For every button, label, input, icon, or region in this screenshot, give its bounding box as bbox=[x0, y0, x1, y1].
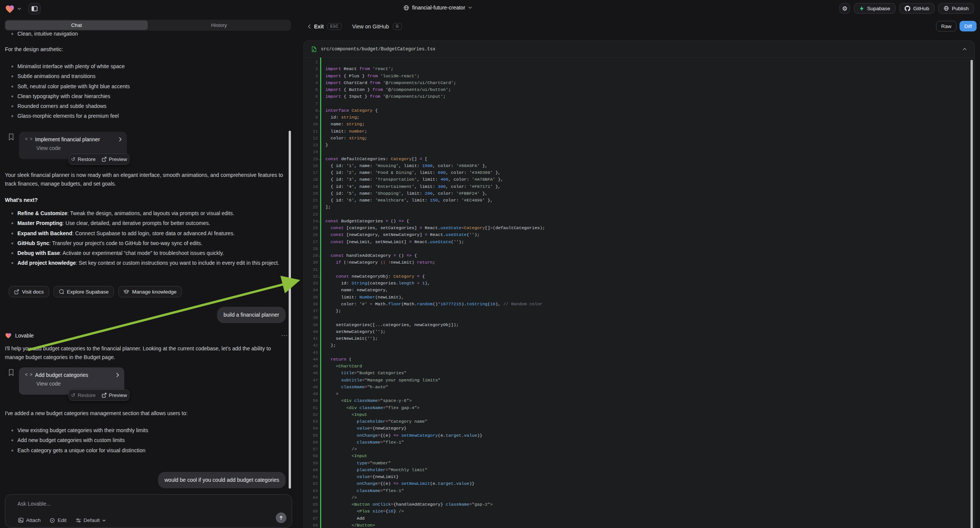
line-number[interactable]: 3 bbox=[304, 73, 318, 80]
bookmark-icon[interactable] bbox=[8, 369, 14, 376]
visit-docs-button[interactable]: Visit docs bbox=[9, 286, 49, 297]
fold-chevron-icon[interactable]: ⌄ bbox=[318, 109, 320, 112]
line-number[interactable]: 35 bbox=[304, 294, 318, 301]
line-number[interactable]: 13 bbox=[304, 142, 318, 148]
line-number[interactable]: 62 bbox=[304, 480, 318, 487]
line-number[interactable]: 33 bbox=[304, 280, 318, 287]
fold-chevron-icon[interactable]: ⌄ bbox=[318, 275, 320, 278]
view-code-link[interactable]: View code bbox=[37, 145, 122, 151]
line-number[interactable]: 29⌄ bbox=[304, 252, 318, 259]
line-number[interactable]: 56 bbox=[304, 439, 318, 446]
restore-button[interactable]: ↺ Restore bbox=[71, 156, 96, 162]
line-number[interactable]: 30 bbox=[304, 259, 318, 266]
line-number[interactable]: 54 bbox=[304, 425, 318, 432]
diff-button[interactable]: Diff bbox=[959, 21, 977, 32]
project-switcher[interactable]: financial-future-creator bbox=[403, 5, 472, 11]
publish-button[interactable]: Publish bbox=[938, 3, 974, 14]
fold-chevron-icon[interactable]: ⌄ bbox=[318, 254, 320, 257]
line-number[interactable]: 19 bbox=[304, 183, 318, 190]
line-number[interactable]: 45 bbox=[304, 363, 318, 370]
line-number[interactable]: 55 bbox=[304, 432, 318, 439]
line-number[interactable]: 52 bbox=[304, 411, 318, 418]
send-button[interactable] bbox=[276, 512, 286, 523]
line-number[interactable]: 4 bbox=[304, 80, 318, 86]
raw-button[interactable]: Raw bbox=[936, 21, 956, 32]
line-number[interactable]: 5 bbox=[304, 86, 318, 93]
fold-chevron-icon[interactable]: ⌄ bbox=[318, 157, 320, 161]
code-scrollbar[interactable] bbox=[970, 60, 973, 528]
exit-button[interactable]: Exit ESC bbox=[308, 23, 342, 30]
line-number[interactable]: 32⌄ bbox=[304, 273, 318, 280]
line-number[interactable]: 47 bbox=[304, 377, 318, 384]
line-number[interactable]: 6 bbox=[304, 93, 318, 100]
line-number[interactable]: 51 bbox=[304, 404, 318, 411]
line-number[interactable]: 61 bbox=[304, 474, 318, 480]
line-number[interactable]: 22 bbox=[304, 204, 318, 211]
line-number[interactable]: 44 bbox=[304, 356, 318, 363]
line-number[interactable]: 8⌄ bbox=[304, 107, 318, 114]
github-button[interactable]: GitHub bbox=[899, 3, 935, 14]
line-number[interactable]: 16 bbox=[304, 162, 318, 169]
line-number[interactable]: 50 bbox=[304, 397, 318, 404]
line-number[interactable]: 46 bbox=[304, 370, 318, 377]
line-number[interactable]: 48 bbox=[304, 384, 318, 391]
line-number[interactable]: 28 bbox=[304, 245, 318, 252]
line-number[interactable]: 67 bbox=[304, 515, 318, 522]
line-number[interactable]: 25 bbox=[304, 224, 318, 231]
fold-chevron-icon[interactable]: ⌄ bbox=[318, 220, 320, 223]
edit-button[interactable]: Edit bbox=[49, 517, 66, 523]
line-number[interactable]: 14 bbox=[304, 148, 318, 155]
line-number[interactable]: 66 bbox=[304, 508, 318, 515]
view-code-link[interactable]: View code bbox=[37, 381, 119, 387]
line-number[interactable]: 53 bbox=[304, 418, 318, 425]
line-number[interactable]: 17 bbox=[304, 169, 318, 176]
line-number[interactable]: 2 bbox=[304, 65, 318, 72]
line-number[interactable]: 23 bbox=[304, 211, 318, 218]
line-number[interactable]: 68 bbox=[304, 522, 318, 528]
line-number[interactable]: 9 bbox=[304, 114, 318, 121]
line-number[interactable]: 60 bbox=[304, 467, 318, 474]
collapse-button[interactable] bbox=[963, 48, 967, 50]
line-number[interactable]: 63 bbox=[304, 487, 318, 494]
restore-button[interactable]: ↺ Restore bbox=[71, 392, 96, 398]
line-number[interactable]: 12 bbox=[304, 135, 318, 142]
more-options-icon[interactable]: ⋯ bbox=[281, 331, 288, 339]
chat-input[interactable]: Ask Lovable... Attach bbox=[5, 494, 292, 528]
line-number[interactable]: 57 bbox=[304, 446, 318, 453]
mode-selector[interactable]: Default bbox=[76, 517, 106, 523]
line-number[interactable]: 27 bbox=[304, 239, 318, 245]
line-number[interactable]: 64 bbox=[304, 494, 318, 501]
line-number[interactable]: 41 bbox=[304, 335, 318, 342]
view-on-github-button[interactable]: View on GitHub G bbox=[352, 23, 402, 30]
workspace-chevron-down-icon[interactable] bbox=[18, 8, 21, 10]
preview-button[interactable]: Preview bbox=[102, 393, 127, 398]
manage-knowledge-button[interactable]: Manage knowledge bbox=[118, 286, 182, 297]
lovable-logo-icon[interactable] bbox=[5, 4, 15, 13]
line-number[interactable]: 42 bbox=[304, 342, 318, 349]
line-number[interactable]: 58 bbox=[304, 453, 318, 460]
file-header[interactable]: src/components/budget/BudgetCategories.t… bbox=[304, 41, 974, 57]
preview-button[interactable]: Preview bbox=[102, 156, 127, 162]
line-number[interactable]: 26 bbox=[304, 231, 318, 238]
supabase-button[interactable]: Supabase bbox=[854, 3, 896, 14]
line-number[interactable]: 37 bbox=[304, 308, 318, 314]
line-number[interactable]: 24⌄ bbox=[304, 218, 318, 224]
line-number[interactable]: 10 bbox=[304, 121, 318, 128]
settings-button[interactable]: ⚙ bbox=[840, 3, 850, 14]
sidebar-toggle-button[interactable] bbox=[29, 3, 41, 14]
line-number[interactable]: 40 bbox=[304, 328, 318, 335]
line-number[interactable]: 31 bbox=[304, 266, 318, 273]
line-number[interactable]: 11 bbox=[304, 128, 318, 135]
line-number[interactable]: 39 bbox=[304, 321, 318, 328]
attach-button[interactable]: Attach bbox=[18, 517, 41, 523]
line-number[interactable]: 49 bbox=[304, 391, 318, 397]
chat-scrollbar[interactable] bbox=[289, 131, 291, 488]
bookmark-icon[interactable] bbox=[8, 133, 14, 140]
line-number[interactable]: 18 bbox=[304, 176, 318, 183]
line-number[interactable]: 38 bbox=[304, 314, 318, 321]
line-number[interactable]: 20 bbox=[304, 190, 318, 197]
line-number[interactable]: 15⌄ bbox=[304, 156, 318, 162]
line-number[interactable]: 21 bbox=[304, 197, 318, 204]
line-number[interactable]: 65 bbox=[304, 501, 318, 508]
line-number[interactable]: 36 bbox=[304, 301, 318, 308]
